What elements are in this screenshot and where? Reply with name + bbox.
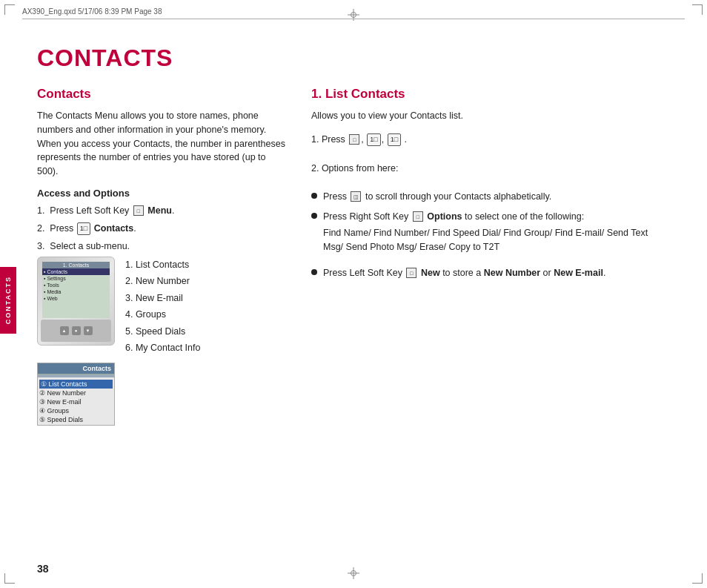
phone-screen-2-box: Contacts ① List Contacts ② New Number ③ …: [37, 363, 115, 426]
phone-item-1-5: ▪ Web: [42, 295, 110, 302]
phone-screen-2-title: Contacts: [38, 363, 114, 374]
new-label: New: [421, 268, 440, 278]
step-2: 2. Press 1□ Contacts.: [37, 221, 289, 236]
step-1: 1. Press Left Soft Key □ Menu.: [37, 203, 289, 218]
phone-item-1-3: ▪ Tools: [42, 282, 110, 288]
left-section-title: Contacts: [37, 87, 289, 102]
contacts-label: Contacts: [94, 223, 133, 234]
crosshair-bottom: [348, 567, 359, 579]
sidebar-label: CONTACTS: [4, 276, 12, 324]
menu-text-list: 1. List Contacts 2. New Number 3. New E-…: [125, 257, 200, 357]
options-key-icon: □: [413, 211, 423, 222]
menu-item-2: 2. New Number: [125, 273, 200, 290]
bullet-text-1: Press ◫ to scroll through your Contacts …: [323, 190, 551, 204]
corner-br: [692, 573, 703, 584]
contacts-key-icon: 1□: [77, 222, 90, 234]
options-label: Options: [427, 211, 462, 222]
crosshair-circle-bottom: [351, 570, 356, 576]
icon-r1-3: 1□: [388, 133, 401, 145]
step-3: 3. Select a sub-menu.: [37, 239, 289, 254]
page-title: CONTACTS: [37, 44, 670, 72]
right-section-title: 1. List Contacts: [311, 87, 670, 102]
options-sub-text: Find Name/ Find Number/ Find Speed Dial/…: [323, 226, 670, 254]
bullet-dot-3: [311, 269, 317, 275]
main-content: CONTACTS Contacts The Contacts Menu allo…: [37, 22, 670, 566]
left-column: Contacts The Contacts Menu allows you to…: [37, 87, 289, 426]
phone-screen-title-1: 1. Contacts: [42, 262, 110, 268]
right-intro: Allows you to view your Contacts list.: [311, 109, 670, 123]
header-text: AX390_Eng.qxd 5/17/06 8:39 PM Page 38: [22, 7, 685, 16]
bullet-text-2: Press Right Soft Key □ Options to select…: [323, 210, 584, 224]
left-body-text: The Contacts Menu allows you to store na…: [37, 109, 289, 179]
bullet-item-2: Press Right Soft Key □ Options to select…: [311, 210, 670, 260]
bullet-dot-1: [311, 193, 317, 199]
right-step-2: 2. Options from here:: [311, 161, 670, 176]
screen-item-1: ① List Contacts: [39, 380, 113, 389]
phone-keypad-1: ▲ ● ▼: [41, 320, 111, 342]
key-right: ▼: [84, 326, 93, 335]
phone-image-area: 1. Contacts ▪ Contacts ▪ Settings ▪ Tool…: [37, 257, 289, 357]
screen-item-4: ④ Groups: [39, 406, 113, 415]
phone-screen-1: 1. Contacts ▪ Contacts ▪ Settings ▪ Tool…: [42, 262, 110, 318]
scroll-icon: ◫: [351, 191, 361, 202]
columns: Contacts The Contacts Menu allows you to…: [37, 87, 670, 426]
screen-item-2: ② New Number: [39, 389, 113, 397]
corner-bl: [4, 573, 15, 584]
menu-item-5: 5. Speed Dials: [125, 323, 200, 340]
icon-r1-2: 1□: [367, 133, 380, 145]
phone-item-1-4: ▪ Media: [42, 288, 110, 295]
menu-item-4: 4. Groups: [125, 306, 200, 323]
bullet-item-3: Press Left Soft Key □ New to store a New…: [311, 266, 670, 280]
bullet-item-1: Press ◫ to scroll through your Contacts …: [311, 190, 670, 204]
corner-tr: [692, 4, 703, 15]
screen-item-3: ③ New E-mail: [39, 397, 113, 406]
new-email-label: New E-mail: [554, 268, 603, 278]
right-step-1: 1. Press □, 1□, 1□ .: [311, 132, 670, 147]
bullet-text-3: Press Left Soft Key □ New to store a New…: [323, 266, 605, 280]
phone-mockup-2: Contacts ① List Contacts ② New Number ③ …: [37, 363, 289, 426]
key-center: ●: [72, 326, 81, 335]
phone-mockup-1: 1. Contacts ▪ Contacts ▪ Settings ▪ Tool…: [37, 257, 115, 346]
header-bar: AX390_Eng.qxd 5/17/06 8:39 PM Page 38: [22, 7, 685, 19]
access-options-title: Access and Options: [37, 188, 289, 199]
screen-item-5: ⑤ Speed Dials: [39, 415, 113, 424]
menu-item-6: 6. My Contact Info: [125, 340, 200, 357]
corner-tl: [4, 4, 15, 15]
menu-label: Menu: [147, 205, 172, 216]
menu-key-icon: □: [133, 205, 144, 216]
new-key-icon: □: [406, 268, 416, 278]
key-left: ▲: [60, 326, 69, 335]
menu-item-3: 3. New E-mail: [125, 290, 200, 307]
phone-screen-2-bar: [38, 374, 114, 377]
phone-container-1: 1. Contacts ▪ Contacts ▪ Settings ▪ Tool…: [37, 257, 115, 346]
bullet-dot-2: [311, 213, 317, 219]
phone-item-1-1: ▪ Contacts: [42, 268, 110, 275]
new-number-label: New Number: [484, 268, 540, 278]
icon-r1-1: □: [349, 134, 359, 145]
phone-item-1-2: ▪ Settings: [42, 275, 110, 282]
phone-screen-2-items: ① List Contacts ② New Number ③ New E-mai…: [38, 379, 114, 425]
bullet-list: Press ◫ to scroll through your Contacts …: [311, 190, 670, 280]
menu-item-1: 1. List Contacts: [125, 257, 200, 274]
right-column: 1. List Contacts Allows you to view your…: [311, 87, 670, 288]
sidebar-tab: CONTACTS: [0, 267, 16, 334]
